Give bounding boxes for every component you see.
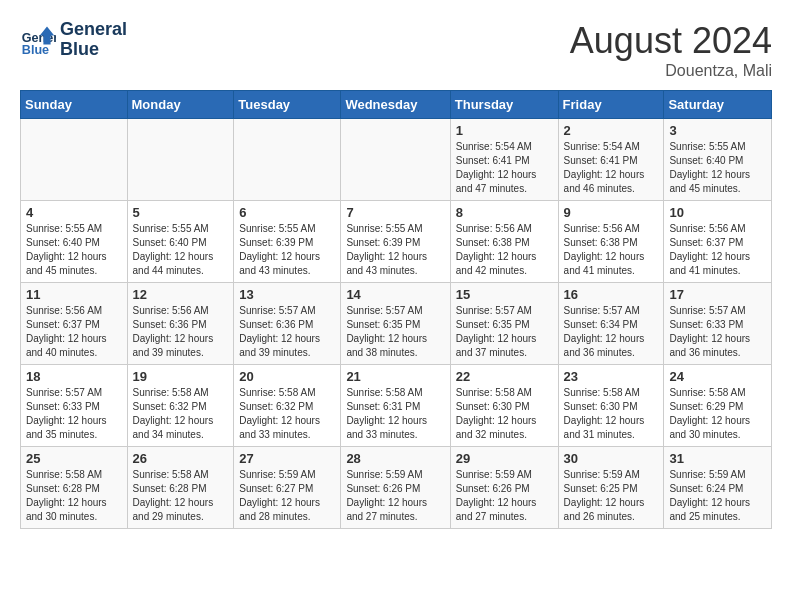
day-number: 1 <box>456 123 553 138</box>
header-wednesday: Wednesday <box>341 91 450 119</box>
day-number: 26 <box>133 451 229 466</box>
day-info: Sunrise: 5:58 AM Sunset: 6:29 PM Dayligh… <box>669 386 766 442</box>
day-info: Sunrise: 5:55 AM Sunset: 6:40 PM Dayligh… <box>26 222 122 278</box>
calendar-cell: 7Sunrise: 5:55 AM Sunset: 6:39 PM Daylig… <box>341 201 450 283</box>
header-sunday: Sunday <box>21 91 128 119</box>
week-row-2: 11Sunrise: 5:56 AM Sunset: 6:37 PM Dayli… <box>21 283 772 365</box>
calendar-cell: 2Sunrise: 5:54 AM Sunset: 6:41 PM Daylig… <box>558 119 664 201</box>
calendar-cell: 8Sunrise: 5:56 AM Sunset: 6:38 PM Daylig… <box>450 201 558 283</box>
day-info: Sunrise: 5:58 AM Sunset: 6:28 PM Dayligh… <box>133 468 229 524</box>
day-number: 24 <box>669 369 766 384</box>
header-row: SundayMondayTuesdayWednesdayThursdayFrid… <box>21 91 772 119</box>
day-number: 7 <box>346 205 444 220</box>
day-number: 19 <box>133 369 229 384</box>
header-thursday: Thursday <box>450 91 558 119</box>
week-row-1: 4Sunrise: 5:55 AM Sunset: 6:40 PM Daylig… <box>21 201 772 283</box>
day-info: Sunrise: 5:55 AM Sunset: 6:39 PM Dayligh… <box>239 222 335 278</box>
logo-line1: General <box>60 20 127 40</box>
day-info: Sunrise: 5:56 AM Sunset: 6:38 PM Dayligh… <box>564 222 659 278</box>
day-number: 31 <box>669 451 766 466</box>
day-number: 18 <box>26 369 122 384</box>
calendar-cell: 23Sunrise: 5:58 AM Sunset: 6:30 PM Dayli… <box>558 365 664 447</box>
day-info: Sunrise: 5:57 AM Sunset: 6:35 PM Dayligh… <box>346 304 444 360</box>
calendar-cell: 16Sunrise: 5:57 AM Sunset: 6:34 PM Dayli… <box>558 283 664 365</box>
calendar-table: SundayMondayTuesdayWednesdayThursdayFrid… <box>20 90 772 529</box>
day-info: Sunrise: 5:56 AM Sunset: 6:37 PM Dayligh… <box>26 304 122 360</box>
day-info: Sunrise: 5:56 AM Sunset: 6:36 PM Dayligh… <box>133 304 229 360</box>
day-info: Sunrise: 5:56 AM Sunset: 6:37 PM Dayligh… <box>669 222 766 278</box>
header-monday: Monday <box>127 91 234 119</box>
day-number: 27 <box>239 451 335 466</box>
day-info: Sunrise: 5:58 AM Sunset: 6:28 PM Dayligh… <box>26 468 122 524</box>
calendar-cell: 26Sunrise: 5:58 AM Sunset: 6:28 PM Dayli… <box>127 447 234 529</box>
location: Douentza, Mali <box>570 62 772 80</box>
calendar-cell: 14Sunrise: 5:57 AM Sunset: 6:35 PM Dayli… <box>341 283 450 365</box>
calendar-cell <box>127 119 234 201</box>
day-number: 16 <box>564 287 659 302</box>
calendar-cell: 21Sunrise: 5:58 AM Sunset: 6:31 PM Dayli… <box>341 365 450 447</box>
day-info: Sunrise: 5:56 AM Sunset: 6:38 PM Dayligh… <box>456 222 553 278</box>
day-number: 28 <box>346 451 444 466</box>
day-info: Sunrise: 5:54 AM Sunset: 6:41 PM Dayligh… <box>564 140 659 196</box>
day-info: Sunrise: 5:54 AM Sunset: 6:41 PM Dayligh… <box>456 140 553 196</box>
day-info: Sunrise: 5:58 AM Sunset: 6:32 PM Dayligh… <box>239 386 335 442</box>
day-number: 8 <box>456 205 553 220</box>
calendar-cell: 11Sunrise: 5:56 AM Sunset: 6:37 PM Dayli… <box>21 283 128 365</box>
day-number: 15 <box>456 287 553 302</box>
day-number: 6 <box>239 205 335 220</box>
calendar-cell: 18Sunrise: 5:57 AM Sunset: 6:33 PM Dayli… <box>21 365 128 447</box>
day-info: Sunrise: 5:57 AM Sunset: 6:33 PM Dayligh… <box>26 386 122 442</box>
calendar-cell: 29Sunrise: 5:59 AM Sunset: 6:26 PM Dayli… <box>450 447 558 529</box>
calendar-cell: 28Sunrise: 5:59 AM Sunset: 6:26 PM Dayli… <box>341 447 450 529</box>
day-number: 13 <box>239 287 335 302</box>
calendar-cell: 22Sunrise: 5:58 AM Sunset: 6:30 PM Dayli… <box>450 365 558 447</box>
week-row-3: 18Sunrise: 5:57 AM Sunset: 6:33 PM Dayli… <box>21 365 772 447</box>
calendar-cell: 30Sunrise: 5:59 AM Sunset: 6:25 PM Dayli… <box>558 447 664 529</box>
day-number: 17 <box>669 287 766 302</box>
day-number: 21 <box>346 369 444 384</box>
calendar-cell: 9Sunrise: 5:56 AM Sunset: 6:38 PM Daylig… <box>558 201 664 283</box>
day-info: Sunrise: 5:55 AM Sunset: 6:40 PM Dayligh… <box>133 222 229 278</box>
logo: General Blue General Blue <box>20 20 127 60</box>
day-number: 5 <box>133 205 229 220</box>
day-info: Sunrise: 5:57 AM Sunset: 6:35 PM Dayligh… <box>456 304 553 360</box>
day-info: Sunrise: 5:55 AM Sunset: 6:40 PM Dayligh… <box>669 140 766 196</box>
page-header: General Blue General Blue August 2024 Do… <box>20 20 772 80</box>
day-number: 3 <box>669 123 766 138</box>
calendar-body: 1Sunrise: 5:54 AM Sunset: 6:41 PM Daylig… <box>21 119 772 529</box>
logo-icon: General Blue <box>20 22 56 58</box>
calendar-cell: 31Sunrise: 5:59 AM Sunset: 6:24 PM Dayli… <box>664 447 772 529</box>
day-info: Sunrise: 5:58 AM Sunset: 6:30 PM Dayligh… <box>564 386 659 442</box>
day-info: Sunrise: 5:57 AM Sunset: 6:34 PM Dayligh… <box>564 304 659 360</box>
day-number: 4 <box>26 205 122 220</box>
header-tuesday: Tuesday <box>234 91 341 119</box>
day-number: 30 <box>564 451 659 466</box>
calendar-cell: 19Sunrise: 5:58 AM Sunset: 6:32 PM Dayli… <box>127 365 234 447</box>
calendar-cell: 3Sunrise: 5:55 AM Sunset: 6:40 PM Daylig… <box>664 119 772 201</box>
day-number: 29 <box>456 451 553 466</box>
calendar-cell: 13Sunrise: 5:57 AM Sunset: 6:36 PM Dayli… <box>234 283 341 365</box>
day-info: Sunrise: 5:59 AM Sunset: 6:26 PM Dayligh… <box>346 468 444 524</box>
day-number: 11 <box>26 287 122 302</box>
week-row-0: 1Sunrise: 5:54 AM Sunset: 6:41 PM Daylig… <box>21 119 772 201</box>
calendar-cell: 4Sunrise: 5:55 AM Sunset: 6:40 PM Daylig… <box>21 201 128 283</box>
calendar-header: SundayMondayTuesdayWednesdayThursdayFrid… <box>21 91 772 119</box>
day-info: Sunrise: 5:59 AM Sunset: 6:25 PM Dayligh… <box>564 468 659 524</box>
day-info: Sunrise: 5:59 AM Sunset: 6:27 PM Dayligh… <box>239 468 335 524</box>
day-info: Sunrise: 5:57 AM Sunset: 6:36 PM Dayligh… <box>239 304 335 360</box>
calendar-cell: 25Sunrise: 5:58 AM Sunset: 6:28 PM Dayli… <box>21 447 128 529</box>
day-info: Sunrise: 5:58 AM Sunset: 6:32 PM Dayligh… <box>133 386 229 442</box>
day-number: 20 <box>239 369 335 384</box>
calendar-cell: 27Sunrise: 5:59 AM Sunset: 6:27 PM Dayli… <box>234 447 341 529</box>
calendar-cell <box>234 119 341 201</box>
day-info: Sunrise: 5:59 AM Sunset: 6:26 PM Dayligh… <box>456 468 553 524</box>
calendar-cell: 15Sunrise: 5:57 AM Sunset: 6:35 PM Dayli… <box>450 283 558 365</box>
calendar-cell: 6Sunrise: 5:55 AM Sunset: 6:39 PM Daylig… <box>234 201 341 283</box>
title-area: August 2024 Douentza, Mali <box>570 20 772 80</box>
day-number: 25 <box>26 451 122 466</box>
calendar-cell: 5Sunrise: 5:55 AM Sunset: 6:40 PM Daylig… <box>127 201 234 283</box>
day-info: Sunrise: 5:59 AM Sunset: 6:24 PM Dayligh… <box>669 468 766 524</box>
calendar-cell <box>21 119 128 201</box>
calendar-cell <box>341 119 450 201</box>
header-saturday: Saturday <box>664 91 772 119</box>
